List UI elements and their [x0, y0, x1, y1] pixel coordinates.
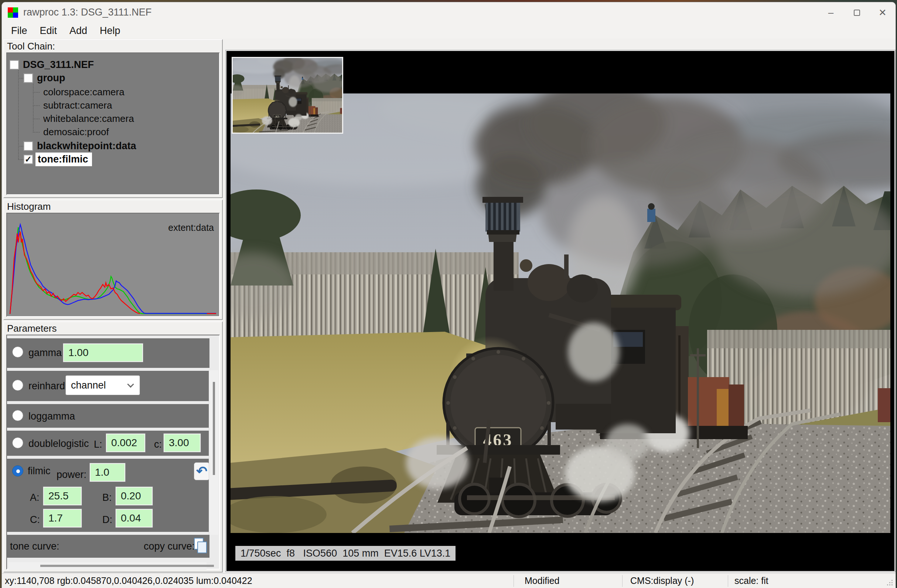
vertical-scrollbar-thumb[interactable] [213, 382, 215, 475]
histogram-panel: Histogram extent:data [3, 199, 223, 320]
maximize-icon [854, 9, 860, 16]
filmic-radio-selected[interactable] [12, 465, 23, 477]
close-button[interactable]: ✕ [869, 2, 895, 23]
tree-item-group[interactable]: group [23, 71, 65, 85]
undo-icon: ↶ [196, 464, 207, 479]
tree-connector [33, 92, 40, 93]
tree-item-blackwhitepoint[interactable]: blackwhitepoint:data [23, 139, 136, 153]
parameters-body: gamma reinhard channel loggamma doublelo… [6, 334, 220, 570]
menu-bar: File Edit Add Help [2, 23, 895, 38]
loggamma-row: loggamma [7, 404, 210, 428]
histogram-header: Histogram [7, 201, 51, 212]
L-input[interactable] [106, 434, 145, 452]
reset-button[interactable]: ↶ [194, 463, 210, 480]
B-label: B: [103, 492, 112, 503]
resize-grip[interactable] [891, 584, 892, 585]
tree-connector [33, 83, 34, 132]
status-pixel-readout: xy:1140,708 rgb:0.045870,0.040426,0.0240… [5, 574, 252, 588]
gamma-radio[interactable] [12, 347, 23, 357]
image-viewer[interactable]: 1/750sec f8 ISO560 105 mm EV15.6 LV13.1 [226, 50, 895, 572]
copy-curve-button[interactable] [194, 538, 209, 555]
menu-file[interactable]: File [5, 25, 34, 37]
copy-icon [197, 541, 207, 553]
tree-item-label[interactable]: demosaic:proof [43, 126, 109, 138]
app-icon-red-square [8, 8, 13, 12]
tree-connector [33, 105, 40, 106]
loggamma-radio[interactable] [12, 410, 23, 421]
tree-item-file[interactable]: DSG_3111.NEF [9, 58, 94, 72]
tree-item-tone-filmic[interactable]: ✓ tone:filmic [23, 152, 92, 166]
reinhard-channel-select[interactable]: channel [66, 375, 140, 395]
thumbnail-image [233, 58, 342, 133]
checkbox[interactable] [23, 141, 33, 151]
tree-item-label[interactable]: whitebalance:camera [43, 113, 134, 124]
reinhard-channel-value: channel [66, 380, 128, 391]
tree-connector [18, 78, 23, 79]
tree-item-whitebalance[interactable]: whitebalance:camera [40, 111, 134, 125]
tree-item-colorspace[interactable]: colorspace:camera [40, 85, 124, 99]
status-divider [728, 575, 728, 587]
doublelogistic-row: doublelogistic L: c: [7, 431, 210, 456]
status-divider [514, 575, 514, 587]
toolchain-header: Tool Chain: [7, 41, 55, 52]
close-icon: ✕ [879, 7, 887, 18]
app-icon-green-square1 [13, 8, 18, 12]
tree-item-label-selected[interactable]: tone:filmic [35, 153, 92, 166]
A-input[interactable] [43, 487, 82, 505]
status-divider [622, 575, 623, 587]
horizontal-scrollbar-thumb[interactable] [40, 565, 214, 567]
status-cms: CMS:display (-) [630, 574, 694, 588]
c-input[interactable] [164, 434, 201, 452]
B-input[interactable] [116, 487, 153, 505]
reinhard-radio[interactable] [12, 380, 23, 391]
checkbox[interactable] [23, 73, 33, 83]
checkbox[interactable] [9, 60, 19, 70]
tone-curve-row: tone curve: copy curve: [7, 535, 210, 558]
tree-item-label[interactable]: colorspace:camera [43, 86, 124, 98]
minimize-button[interactable]: – [818, 2, 844, 23]
title-bar[interactable]: rawproc 1.3: DSG_3111.NEF – ✕ [2, 2, 895, 23]
reinhard-row: reinhard channel [7, 371, 210, 401]
gamma-label: gamma [28, 347, 62, 359]
status-modified: Modified [525, 574, 560, 588]
doublelogistic-radio[interactable] [12, 437, 23, 448]
copy-curve-label: copy curve: [144, 541, 195, 552]
C-input[interactable] [43, 509, 82, 527]
tree-connector [33, 132, 40, 133]
window-controls: – ✕ [818, 2, 895, 23]
tree-connector [33, 119, 40, 119]
tree-item-subtract[interactable]: subtract:camera [40, 98, 112, 112]
D-input[interactable] [116, 509, 153, 527]
tree-item-demosaic[interactable]: demosaic:proof [40, 125, 109, 139]
filmic-label: filmic [28, 465, 51, 477]
toolchain-panel: Tool Chain: DSG_3111.NEF group colorspac… [3, 39, 223, 198]
status-bar: xy:1140,708 rgb:0.045870,0.040426,0.0240… [2, 573, 895, 588]
tree-connector [18, 159, 23, 160]
thumbnail[interactable] [232, 57, 343, 134]
histogram-plot-area[interactable]: extent:data [6, 213, 220, 317]
window-title: rawproc 1.3: DSG_3111.NEF [23, 7, 152, 18]
tree-item-label[interactable]: blackwhitepoint:data [37, 141, 136, 152]
main-photo[interactable] [231, 93, 890, 533]
horizontal-scrollbar[interactable] [9, 562, 207, 570]
app-icon-blue-square [13, 12, 18, 18]
gamma-input[interactable] [63, 344, 143, 362]
tree-item-label[interactable]: group [37, 72, 65, 84]
power-input[interactable] [90, 463, 125, 482]
minimize-icon: – [828, 7, 833, 18]
power-label: power: [57, 469, 86, 481]
chevron-down-icon [127, 381, 134, 388]
tree-connector [18, 146, 23, 147]
checkbox-checked[interactable]: ✓ [23, 154, 33, 164]
vertical-scrollbar[interactable] [209, 370, 218, 535]
doublelogistic-label: doublelogistic [28, 438, 89, 449]
maximize-button[interactable] [844, 2, 869, 23]
menu-add[interactable]: Add [63, 25, 93, 37]
menu-edit[interactable]: Edit [34, 25, 64, 37]
L-label: L: [94, 439, 103, 450]
D-label: D: [103, 514, 112, 525]
gamma-row: gamma [7, 338, 210, 368]
menu-help[interactable]: Help [93, 25, 127, 37]
tree-item-label[interactable]: DSG_3111.NEF [23, 59, 94, 70]
tree-item-label[interactable]: subtract:camera [43, 100, 112, 111]
